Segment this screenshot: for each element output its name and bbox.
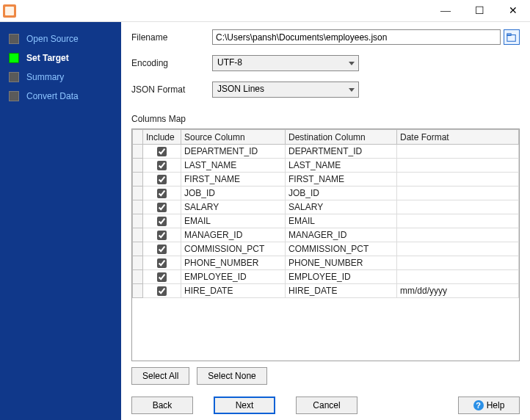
- wizard-sidebar: Open SourceSet TargetSummaryConvert Data: [0, 22, 121, 420]
- include-checkbox[interactable]: [157, 189, 167, 198]
- include-checkbox[interactable]: [157, 231, 167, 240]
- sidebar-item-set-target[interactable]: Set Target: [0, 48, 121, 68]
- destination-column-cell[interactable]: SALARY: [286, 200, 397, 214]
- table-row[interactable]: DEPARTMENT_IDDEPARTMENT_ID: [133, 145, 519, 159]
- header-date-format[interactable]: Date Format: [397, 130, 519, 145]
- encoding-select[interactable]: UTF-8: [212, 55, 359, 71]
- sidebar-item-open-source[interactable]: Open Source: [0, 29, 121, 48]
- date-format-cell[interactable]: [397, 242, 519, 256]
- table-row[interactable]: EMAILEMAIL: [133, 214, 519, 228]
- destination-column-cell[interactable]: EMPLOYEE_ID: [286, 270, 397, 284]
- date-format-cell[interactable]: [397, 228, 519, 242]
- source-column-cell[interactable]: EMAIL: [181, 214, 286, 228]
- include-checkbox[interactable]: [157, 258, 167, 268]
- destination-column-cell[interactable]: DEPARTMENT_ID: [286, 145, 397, 159]
- browse-button[interactable]: [504, 29, 520, 45]
- row-handle[interactable]: [133, 284, 143, 298]
- source-column-cell[interactable]: COMMISSION_PCT: [181, 242, 286, 256]
- folder-open-icon: [507, 32, 517, 43]
- source-column-cell[interactable]: EMPLOYEE_ID: [181, 270, 286, 284]
- sidebar-item-label: Summary: [26, 72, 64, 82]
- include-checkbox[interactable]: [157, 272, 167, 282]
- json-format-select[interactable]: JSON Lines: [212, 82, 359, 98]
- include-checkbox[interactable]: [157, 161, 167, 170]
- table-row[interactable]: HIRE_DATEHIRE_DATEmm/dd/yyyy: [133, 284, 519, 298]
- sidebar-item-summary[interactable]: Summary: [0, 68, 121, 87]
- date-format-cell[interactable]: [397, 173, 519, 187]
- table-row[interactable]: EMPLOYEE_IDEMPLOYEE_ID: [133, 270, 519, 284]
- table-row[interactable]: PHONE_NUMBERPHONE_NUMBER: [133, 256, 519, 270]
- table-row[interactable]: JOB_IDJOB_ID: [133, 187, 519, 200]
- close-button[interactable]: ✕: [496, 0, 530, 22]
- header-destination[interactable]: Destination Column: [286, 130, 397, 145]
- row-handle[interactable]: [133, 159, 143, 173]
- app-icon: [3, 4, 16, 18]
- json-format-label: JSON Format: [131, 84, 212, 95]
- include-cell: [143, 228, 181, 242]
- include-checkbox[interactable]: [157, 217, 167, 226]
- source-column-cell[interactable]: MANAGER_ID: [181, 228, 286, 242]
- include-cell: [143, 187, 181, 200]
- destination-column-cell[interactable]: COMMISSION_PCT: [286, 242, 397, 256]
- select-none-button[interactable]: Select None: [197, 367, 266, 385]
- row-handle[interactable]: [133, 242, 143, 256]
- include-checkbox[interactable]: [157, 203, 167, 212]
- date-format-cell[interactable]: [397, 214, 519, 228]
- date-format-cell[interactable]: [397, 159, 519, 173]
- destination-column-cell[interactable]: LAST_NAME: [286, 159, 397, 173]
- row-handle[interactable]: [133, 270, 143, 284]
- source-column-cell[interactable]: LAST_NAME: [181, 159, 286, 173]
- maximize-button[interactable]: ☐: [462, 0, 496, 22]
- date-format-cell[interactable]: [397, 256, 519, 270]
- header-include[interactable]: Include: [143, 130, 181, 145]
- destination-column-cell[interactable]: HIRE_DATE: [286, 284, 397, 298]
- date-format-cell[interactable]: [397, 187, 519, 200]
- source-column-cell[interactable]: PHONE_NUMBER: [181, 256, 286, 270]
- source-column-cell[interactable]: DEPARTMENT_ID: [181, 145, 286, 159]
- row-handle[interactable]: [133, 214, 143, 228]
- cancel-button[interactable]: Cancel: [296, 397, 357, 414]
- row-handle[interactable]: [133, 187, 143, 200]
- include-checkbox[interactable]: [157, 286, 167, 296]
- back-button[interactable]: Back: [131, 397, 193, 414]
- include-cell: [143, 256, 181, 270]
- table-row[interactable]: LAST_NAMELAST_NAME: [133, 159, 519, 173]
- minimize-button[interactable]: —: [429, 0, 462, 22]
- nav-marker-icon: [9, 91, 19, 101]
- destination-column-cell[interactable]: FIRST_NAME: [286, 173, 397, 187]
- include-checkbox[interactable]: [157, 147, 167, 156]
- destination-column-cell[interactable]: EMAIL: [286, 214, 397, 228]
- include-cell: [143, 270, 181, 284]
- table-row[interactable]: COMMISSION_PCTCOMMISSION_PCT: [133, 242, 519, 256]
- date-format-cell[interactable]: [397, 145, 519, 159]
- destination-column-cell[interactable]: JOB_ID: [286, 187, 397, 200]
- next-button[interactable]: Next: [214, 397, 275, 414]
- row-handle[interactable]: [133, 173, 143, 187]
- header-handle: [133, 130, 143, 145]
- sidebar-item-convert-data[interactable]: Convert Data: [0, 87, 121, 106]
- row-handle[interactable]: [133, 228, 143, 242]
- source-column-cell[interactable]: SALARY: [181, 200, 286, 214]
- source-column-cell[interactable]: FIRST_NAME: [181, 173, 286, 187]
- destination-column-cell[interactable]: PHONE_NUMBER: [286, 256, 397, 270]
- row-handle[interactable]: [133, 145, 143, 159]
- source-column-cell[interactable]: JOB_ID: [181, 187, 286, 200]
- include-checkbox[interactable]: [157, 175, 167, 184]
- table-row[interactable]: MANAGER_IDMANAGER_ID: [133, 228, 519, 242]
- include-checkbox[interactable]: [157, 245, 167, 254]
- row-handle[interactable]: [133, 200, 143, 214]
- filename-input[interactable]: [212, 29, 501, 45]
- date-format-cell[interactable]: [397, 200, 519, 214]
- source-column-cell[interactable]: HIRE_DATE: [181, 284, 286, 298]
- help-button[interactable]: ? Help: [458, 397, 520, 414]
- destination-column-cell[interactable]: MANAGER_ID: [286, 228, 397, 242]
- help-icon: ?: [473, 400, 484, 410]
- table-row[interactable]: FIRST_NAMEFIRST_NAME: [133, 173, 519, 187]
- date-format-cell[interactable]: mm/dd/yyyy: [397, 284, 519, 298]
- select-all-button[interactable]: Select All: [131, 367, 189, 385]
- sidebar-item-label: Open Source: [26, 34, 79, 44]
- row-handle[interactable]: [133, 256, 143, 270]
- table-row[interactable]: SALARYSALARY: [133, 200, 519, 214]
- header-source[interactable]: Source Column: [181, 130, 286, 145]
- date-format-cell[interactable]: [397, 270, 519, 284]
